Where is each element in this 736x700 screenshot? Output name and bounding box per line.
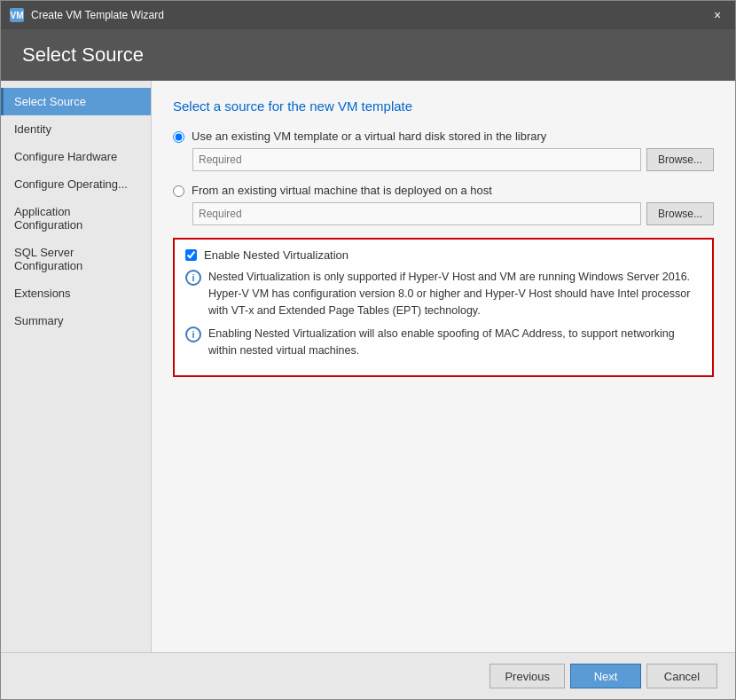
info-row-2: i Enabling Nested Virtualization will al… bbox=[185, 326, 701, 359]
option2-label[interactable]: From an existing virtual machine that is… bbox=[192, 184, 492, 197]
option1-input-row: Browse... bbox=[192, 148, 714, 171]
option2-input[interactable] bbox=[192, 202, 641, 225]
sidebar: Select Source Identity Configure Hardwar… bbox=[1, 81, 152, 652]
sidebar-item-select-source[interactable]: Select Source bbox=[1, 88, 151, 115]
option1-browse-button[interactable]: Browse... bbox=[646, 148, 714, 171]
app-icon: VM bbox=[10, 8, 24, 22]
option1-label[interactable]: Use an existing VM template or a virtual… bbox=[192, 130, 546, 143]
cancel-button[interactable]: Cancel bbox=[646, 664, 717, 688]
sidebar-item-summary[interactable]: Summary bbox=[1, 307, 151, 334]
nested-virt-label[interactable]: Enable Nested Virtualization bbox=[204, 248, 348, 262]
sidebar-item-configure-operating[interactable]: Configure Operating... bbox=[1, 170, 151, 198]
dialog-header: Select Source bbox=[1, 29, 735, 81]
nested-virtualization-box: Enable Nested Virtualization i Nested Vi… bbox=[173, 238, 714, 377]
create-vm-template-wizard: VM Create VM Template Wizard × Select So… bbox=[0, 0, 736, 700]
nested-virt-checkbox-row: Enable Nested Virtualization bbox=[185, 248, 701, 262]
sidebar-item-application-configuration[interactable]: Application Configuration bbox=[1, 198, 151, 239]
title-bar-text: Create VM Template Wizard bbox=[31, 9, 709, 21]
info-icon-1: i bbox=[185, 270, 201, 286]
info-text-1: Nested Virtualization is only supported … bbox=[208, 269, 701, 319]
sidebar-item-sql-server-configuration[interactable]: SQL Server Configuration bbox=[1, 239, 151, 279]
info-text-2: Enabling Nested Virtualization will also… bbox=[208, 326, 701, 359]
sidebar-item-extensions[interactable]: Extensions bbox=[1, 279, 151, 307]
app-icon-text: VM bbox=[11, 11, 24, 20]
sidebar-item-identity[interactable]: Identity bbox=[1, 115, 151, 143]
option2-row: From an existing virtual machine that is… bbox=[173, 184, 714, 197]
page-title: Select Source bbox=[22, 43, 714, 67]
dialog-body: Select Source Identity Configure Hardwar… bbox=[1, 81, 735, 652]
previous-button[interactable]: Previous bbox=[489, 664, 565, 688]
option2-input-row: Browse... bbox=[192, 202, 714, 225]
close-button[interactable]: × bbox=[709, 6, 726, 24]
dialog-footer: Previous Next Cancel bbox=[1, 652, 735, 699]
option1-radio[interactable] bbox=[173, 131, 184, 143]
title-bar: VM Create VM Template Wizard × bbox=[1, 1, 735, 29]
next-button[interactable]: Next bbox=[570, 664, 641, 688]
option1-input[interactable] bbox=[192, 148, 641, 171]
info-icon-2: i bbox=[185, 326, 201, 342]
option1-row: Use an existing VM template or a virtual… bbox=[173, 130, 714, 143]
option2-radio[interactable] bbox=[173, 185, 184, 197]
info-row-1: i Nested Virtualization is only supporte… bbox=[185, 269, 701, 319]
main-content: Select a source for the new VM template … bbox=[152, 81, 735, 652]
option2-browse-button[interactable]: Browse... bbox=[646, 202, 714, 225]
nested-virt-checkbox[interactable] bbox=[185, 249, 197, 261]
sidebar-item-configure-hardware[interactable]: Configure Hardware bbox=[1, 143, 151, 170]
main-title: Select a source for the new VM template bbox=[173, 98, 714, 114]
